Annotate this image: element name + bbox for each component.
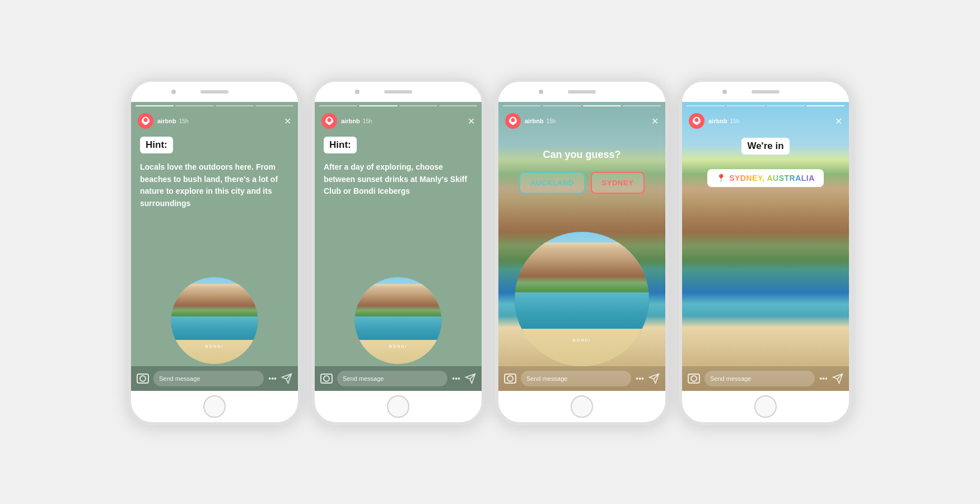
phone-4-screen: airbnb 15h ✕ We're in 📍 SYDNEY, AUSTRALI…	[682, 102, 849, 391]
phone-3-option-auckland-label: AUCKLAND	[530, 179, 574, 187]
phone-1-username: airbnb	[157, 118, 176, 124]
phone-2-hint-text: After a day of exploring, choose between…	[324, 161, 473, 198]
phone-1: airbnb 15h ✕ Hint: Locals love the outdo…	[128, 78, 301, 426]
phone-2-home-button[interactable]	[387, 395, 409, 418]
bondi-water-3	[515, 292, 649, 333]
phone-1-send-input[interactable]: Send message	[153, 371, 264, 386]
phone-3-question: Can you guess?	[543, 149, 620, 161]
phone-3-send-input[interactable]: Send message	[521, 371, 631, 386]
phone-3-option-sydney-label: SYDNEY	[602, 179, 633, 187]
phone-3-option-sydney[interactable]: SYDNEY	[591, 172, 645, 194]
phone-3-quiz-options: AUCKLAND SYDNEY	[519, 172, 645, 194]
phone-3-username: airbnb	[525, 118, 544, 124]
phone-2-username: airbnb	[341, 118, 360, 124]
phone-1-avatar[interactable]	[138, 113, 153, 129]
bondi-sand-3	[515, 329, 649, 366]
phone-1-close[interactable]: ✕	[284, 116, 291, 127]
phone-2-camera	[355, 90, 360, 94]
phone-4: airbnb 15h ✕ We're in 📍 SYDNEY, AUSTRALI…	[679, 78, 852, 426]
phone-3-time: 15h	[547, 118, 556, 124]
phone-3-camera-icon[interactable]	[504, 374, 516, 384]
phone-1-bottom-bar	[131, 391, 298, 422]
phone-2-top-bar	[315, 82, 482, 102]
phone-4-send-icon[interactable]	[832, 373, 843, 384]
phone-1-story-header: airbnb 15h ✕	[131, 102, 298, 132]
phone-4-location-reveal: 📍 SYDNEY, AUSTRALIA	[707, 169, 824, 187]
phone-4-bottom: Send message •••	[682, 366, 849, 391]
phone-4-close[interactable]: ✕	[835, 116, 842, 127]
bondi-text-2: BONDI	[389, 344, 408, 348]
phone-3-quiz-content: Can you guess? AUCKLAND SYDNEY	[498, 132, 665, 199]
phone-4-username: airbnb	[708, 118, 727, 124]
phone-3-speaker	[568, 90, 596, 94]
phone-2-camera-icon[interactable]	[320, 374, 333, 384]
phone-3-screen: airbnb 15h ✕ Can you guess? AUCKLAND SYD…	[498, 102, 665, 391]
phone-1-camera	[171, 90, 176, 94]
bondi-sand-1	[171, 340, 258, 364]
phone-4-dots[interactable]: •••	[819, 374, 828, 383]
phone-3-bottom: Send message •••	[498, 366, 665, 391]
phone-2-speaker	[384, 90, 412, 94]
phone-1-bottom: Send message •••	[131, 366, 298, 391]
phone-1-speaker	[200, 90, 228, 94]
phone-1-dots[interactable]: •••	[268, 374, 277, 383]
phone-2-send-icon[interactable]	[465, 373, 476, 384]
phone-2-screen: airbnb 15h ✕ Hint: After a day of explor…	[315, 102, 482, 391]
phone-4-location-pin: 📍	[716, 174, 726, 183]
phone-3-bondi-scene: BONDI	[515, 232, 649, 366]
phone-3-circle-reveal: BONDI	[515, 232, 649, 366]
bondi-text-1: BONDI	[206, 344, 224, 348]
phone-3-dots[interactable]: •••	[636, 374, 644, 383]
phone-1-send-icon[interactable]	[281, 373, 292, 384]
phone-2-dots[interactable]: •••	[452, 374, 460, 383]
phone-1-hint-text: Locals love the outdoors here. From beac…	[140, 161, 289, 210]
phone-2-story-header: airbnb 15h ✕	[315, 102, 482, 132]
phone-1-top-bar	[131, 82, 298, 102]
phone-4-home-button[interactable]	[754, 395, 777, 418]
phone-3-avatar[interactable]	[505, 113, 521, 129]
phone-1-home-button[interactable]	[203, 395, 226, 418]
phone-1-screen: airbnb 15h ✕ Hint: Locals love the outdo…	[131, 102, 298, 391]
phone-4-location-text: SYDNEY, AUSTRALIA	[729, 174, 815, 183]
phone-3-top-bar	[498, 82, 665, 102]
phone-4-send-label: Send message	[710, 375, 751, 382]
bondi-water-1	[171, 316, 258, 343]
phone-3-home-button[interactable]	[571, 395, 593, 418]
phone-3-close[interactable]: ✕	[651, 116, 659, 127]
phone-2-avatar[interactable]	[321, 113, 337, 129]
phone-2-time: 15h	[363, 118, 372, 124]
phone-3-bottom-bar	[498, 391, 665, 422]
phone-3-story-header: airbnb 15h ✕	[498, 102, 665, 132]
phone-2-bondi-scene: BONDI	[355, 277, 442, 364]
phone-4-reveal-content: We're in 📍 SYDNEY, AUSTRALIA	[682, 132, 849, 193]
phone-4-camera-icon[interactable]	[688, 374, 700, 384]
phone-4-send-input[interactable]: Send message	[704, 371, 815, 386]
phone-1-time: 15h	[179, 118, 189, 124]
phone-1-hint-label: Hint:	[140, 137, 173, 153]
phone-4-top-bar	[682, 82, 849, 102]
phone-2-close[interactable]: ✕	[468, 116, 475, 127]
phone-2-circle-image: BONDI	[355, 277, 442, 364]
phone-2-send-label: Send message	[343, 375, 384, 382]
bondi-sand-2	[355, 340, 442, 364]
phone-4-story-header: airbnb 15h ✕	[682, 102, 849, 132]
phone-3-camera	[539, 90, 543, 94]
phone-2-bottom: Send message •••	[315, 366, 482, 391]
bondi-water-2	[355, 316, 442, 343]
bondi-text-3: BONDI	[573, 338, 591, 342]
phone-3-send-icon[interactable]	[648, 373, 660, 384]
phone-4-bottom-bar	[682, 391, 849, 422]
phone-4-reveal-label: We're in	[741, 138, 789, 155]
phone-4-camera	[722, 90, 727, 94]
phone-4-avatar[interactable]	[689, 113, 704, 129]
phone-4-speaker	[752, 90, 780, 94]
phone-2-bottom-bar	[315, 391, 482, 422]
phone-2-send-input[interactable]: Send message	[337, 371, 447, 386]
phone-1-camera-icon[interactable]	[137, 374, 149, 384]
phone-1-circle-image: BONDI	[171, 277, 258, 364]
phone-3-option-auckland[interactable]: AUCKLAND	[519, 172, 585, 194]
phone-3-send-label: Send message	[526, 375, 567, 382]
phone-3: airbnb 15h ✕ Can you guess? AUCKLAND SYD…	[495, 78, 669, 426]
phone-1-send-label: Send message	[159, 375, 200, 382]
phone-2-hint-label: Hint:	[324, 137, 357, 153]
